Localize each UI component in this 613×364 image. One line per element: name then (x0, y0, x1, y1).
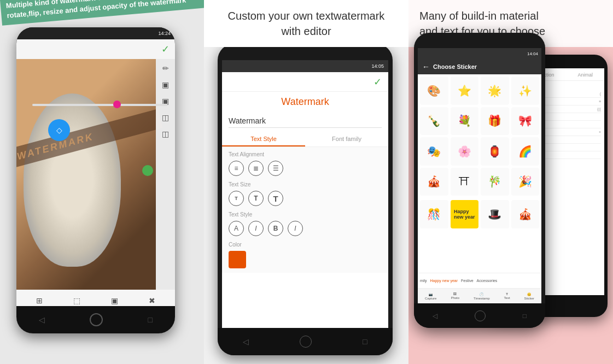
sticker-6[interactable]: 💐 (451, 107, 479, 136)
sticker-19[interactable]: 🎩 (481, 200, 509, 228)
p3-tab-text[interactable]: T Text (504, 292, 510, 300)
pencil-icon[interactable]: ✏ (160, 62, 172, 74)
phone1-anchor-dot[interactable] (142, 165, 153, 176)
p3-topbar: ← Choose Sticker (418, 59, 541, 74)
arrange-icon[interactable]: ◫ (160, 111, 172, 124)
text-bold-icon[interactable]: B (268, 221, 283, 236)
close-small-icon[interactable]: ✖ (146, 295, 158, 307)
watermark-input-area: Watermark (222, 114, 388, 132)
p3-text-label: Text (504, 296, 510, 300)
text-normal-icon[interactable]: A (229, 221, 244, 236)
watermark-orange-title: Watermark (229, 96, 382, 108)
p3-tab-sticker[interactable]: 😊 Sticker (524, 292, 534, 300)
p3-tab-timestamp[interactable]: 🕐 Timestamp (474, 292, 489, 300)
cat-accessories[interactable]: Accessories (477, 279, 498, 283)
cat-happy-new-year[interactable]: Happy new year (430, 279, 458, 283)
sticker-16[interactable]: 🎉 (511, 168, 540, 196)
phone1-image-area: WATERMARK (16, 59, 156, 290)
text-italic-icon[interactable]: I (248, 221, 264, 236)
phone1-home-bar: ◁ □ (16, 306, 175, 333)
phone2-back-icon[interactable]: ◁ (243, 337, 249, 346)
sticker-17[interactable]: 🎊 (420, 200, 448, 228)
p3-sticker-label: Sticker (524, 297, 534, 300)
phone2-recents-icon[interactable]: □ (363, 337, 367, 346)
back-nav-icon[interactable]: ◁ (39, 315, 45, 324)
color-swatch[interactable] (229, 251, 246, 268)
sticker-3[interactable]: 🌟 (481, 77, 509, 105)
sticker-grid: 🎨 ⭐ 🌟 ✨ 🍾 💐 🎁 🎀 🎭 🌸 🏮 🌈 🎪 ⛩ 🎋 🎉 (418, 74, 541, 198)
text-size-small-icon[interactable]: T (229, 191, 244, 206)
text-size-medium-icon[interactable]: T (248, 191, 264, 206)
panel2-desc-line1: Custom your own textwatermark (228, 10, 385, 22)
p3-timestamp-label: Timestamp (474, 297, 489, 300)
tab-font-family[interactable]: Font family (305, 132, 388, 146)
p3-title: Choose Sticker (433, 63, 477, 70)
sticker-8[interactable]: 🎀 (511, 107, 540, 136)
align-center-icon2[interactable]: ≣ (248, 161, 264, 176)
align-right-icon[interactable]: ☰ (268, 161, 283, 176)
sticker-18[interactable]: Happynew year (451, 200, 479, 228)
phone2-device: 14:05 ✓ Watermark Watermark Text Style F… (218, 44, 393, 355)
sticker-15[interactable]: 🎋 (481, 168, 509, 196)
text-style-row: A I B I (229, 221, 382, 236)
panel2: Custom your own textwatermark with edito… (204, 0, 408, 364)
cat-festive[interactable]: Festive (461, 279, 474, 283)
phone2-check-icon[interactable]: ✓ (373, 76, 382, 88)
sticker-category-bar: mily Happy new year Festive Accessories (418, 273, 541, 288)
sticker-7[interactable]: 🎁 (481, 107, 509, 136)
sticker-11[interactable]: 🏮 (481, 137, 509, 166)
p3-back-nav-icon[interactable]: ◁ (433, 312, 437, 320)
p3-sticker-icon: 😊 (527, 292, 531, 296)
phone1-statusbar: 14:24 (16, 27, 175, 39)
phone1-device: 14:24 ✓ WATERMARK ✏ ▣ ▣ ◫ (16, 27, 175, 333)
phone2-content: Text Alignment ≡ ≣ ☰ Text Size T T T Tex… (222, 147, 388, 273)
phone2-home-bar: ◁ □ (218, 328, 393, 355)
sticker-12[interactable]: 🌈 (511, 137, 540, 166)
text-size-large-icon[interactable]: T (268, 191, 283, 206)
panel1-overlay-text: Multiple kind of watermark can add as yo… (0, 0, 204, 26)
phone3-front-device: 14:04 ← Choose Sticker 🎨 ⭐ 🌟 ✨ 🍾 💐 🎁 🎀 🎭… (414, 33, 545, 328)
p3-timestamp-icon: 🕐 (480, 292, 483, 296)
p3-text-icon: T (506, 292, 508, 296)
panel3-desc-line1: Many of build-in material (419, 10, 539, 22)
share-icon[interactable]: ▣ (108, 295, 120, 307)
phone2-home-icon[interactable] (300, 336, 312, 348)
p3-time: 14:04 (527, 51, 538, 56)
watermark-title-area: Watermark (222, 92, 388, 114)
phone1-check-icon[interactable]: ✓ (161, 43, 170, 55)
panel2-description: Custom your own textwatermark with edito… (215, 8, 398, 39)
align-left-icon[interactable]: ≡ (229, 161, 244, 176)
text-bold-italic-icon[interactable]: I (288, 221, 303, 236)
stack-icon[interactable]: ◫ (160, 128, 172, 140)
export-icon[interactable]: ⬚ (71, 295, 83, 307)
sticker-2[interactable]: ⭐ (451, 77, 479, 105)
phone1-opacity-slider[interactable] (32, 104, 167, 106)
copy-icon[interactable]: ▣ (160, 79, 172, 91)
recents-nav-icon[interactable]: □ (148, 315, 152, 324)
p3-tab-capture[interactable]: 📷 Capture (425, 292, 436, 300)
p3-statusbar: 14:04 (418, 48, 541, 59)
tab-animal[interactable]: Animal (567, 71, 604, 80)
watermark-input[interactable]: Watermark (229, 116, 382, 128)
sticker-grid-2: 🎊 Happynew year 🎩 🎪 (418, 198, 541, 231)
panel2-overlay-text: Custom your own textwatermark with edito… (204, 0, 408, 47)
home-nav-icon[interactable] (90, 313, 103, 326)
p3-home-nav-icon[interactable] (475, 310, 486, 321)
save-icon[interactable]: ⊞ (33, 295, 45, 307)
sticker-10[interactable]: 🌸 (451, 137, 479, 166)
sticker-14[interactable]: ⛩ (451, 168, 479, 196)
cat-family[interactable]: mily (420, 279, 427, 283)
sticker-1[interactable]: 🎨 (420, 77, 448, 105)
p3-recents-nav-icon[interactable]: □ (523, 312, 527, 320)
sticker-13[interactable]: 🎪 (420, 168, 448, 196)
sticker-5[interactable]: 🍾 (420, 107, 448, 136)
sticker-20[interactable]: 🎪 (511, 200, 540, 228)
tab-text-style[interactable]: Text Style (222, 132, 305, 146)
sticker-4[interactable]: ✨ (511, 77, 540, 105)
phone1-topbar: ✓ (16, 39, 175, 59)
sticker-9[interactable]: 🎭 (420, 137, 448, 166)
p3-back-arrow-icon[interactable]: ← (422, 62, 430, 71)
text-size-row: T T T (229, 191, 382, 206)
phone1-transform-handle[interactable] (48, 119, 70, 141)
p3-tab-photo[interactable]: 🖼 Photo (451, 292, 459, 300)
